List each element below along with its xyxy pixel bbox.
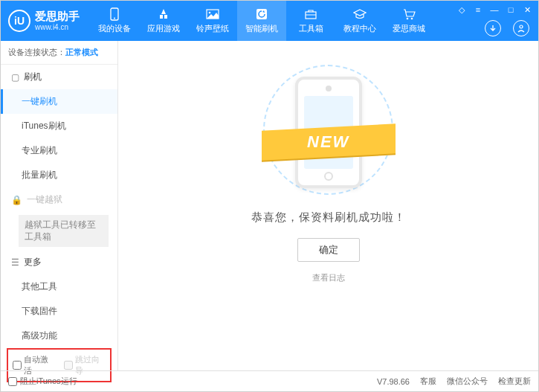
menu-icon[interactable]: ≡ [473,5,483,14]
nav-label: 铃声壁纸 [196,23,229,34]
app-logo: iU 爱思助手 www.i4.cn [8,10,80,32]
sidebar-item-advanced[interactable]: 高级功能 [1,324,117,348]
checkbox-label: 阻止iTunes运行 [20,376,77,387]
sidebar: 设备连接状态：正常模式 ▢ 刷机 一键刷机 iTunes刷机 专业刷机 批量刷机… [1,41,118,370]
sidebar-flash-header[interactable]: ▢ 刷机 [1,65,117,89]
minimize-button[interactable]: — [489,5,500,14]
sidebar-item-other-tools[interactable]: 其他工具 [1,274,117,299]
svg-point-1 [114,18,115,19]
wechat-link[interactable]: 微信公众号 [447,376,488,387]
success-message: 恭喜您，保资料刷机成功啦！ [251,211,406,225]
phone-small-icon: ▢ [11,72,19,83]
sidebar-header-label: 刷机 [24,71,42,83]
nav-label: 智能刷机 [245,23,278,34]
sidebar-item-itunes-flash[interactable]: iTunes刷机 [1,114,117,138]
top-nav: 我的设备 应用游戏 铃声壁纸 智能刷机 工具箱 教程中心 [90,1,433,41]
nav-label: 爱思商城 [393,23,425,34]
sidebar-jailbreak-note[interactable]: 越狱工具已转移至工具箱 [19,215,109,247]
svg-point-3 [209,12,211,14]
nav-label: 应用游戏 [147,23,180,34]
window-controls: ◇ ≡ — □ ✕ [456,5,532,14]
connection-value: 正常模式 [65,48,98,57]
refresh-icon [254,7,269,21]
nav-toolbox[interactable]: 工具箱 [286,1,335,41]
app-url: www.i4.cn [35,23,80,31]
status-bar: 阻止iTunes运行 V7.98.66 客服 微信公众号 检查更新 [1,370,538,391]
image-icon [205,7,220,21]
titlebar: iU 爱思助手 www.i4.cn 我的设备 应用游戏 铃声壁纸 智能刷机 [1,1,538,41]
logo-icon: iU [8,10,30,32]
nav-smart-flash[interactable]: 智能刷机 [237,1,286,41]
lock-small-icon: 🔒 [11,195,22,205]
sidebar-header-label: 一键越狱 [27,193,62,206]
nav-apps-games[interactable]: 应用游戏 [139,1,188,41]
sidebar-item-download-firmware[interactable]: 下载固件 [1,299,117,324]
lock-icon[interactable]: ◇ [456,5,467,14]
apps-icon [156,7,171,21]
app-name: 爱思助手 [35,10,80,23]
nav-store[interactable]: 爱思商城 [384,1,433,41]
maximize-button[interactable]: □ [506,5,516,14]
main-content: NEW 恭喜您，保资料刷机成功啦！ 确定 查看日志 [118,41,538,370]
nav-label: 我的设备 [98,23,131,34]
block-itunes-checkbox[interactable]: 阻止iTunes运行 [8,376,77,387]
nav-label: 工具箱 [299,23,323,34]
nav-my-device[interactable]: 我的设备 [90,1,139,41]
check-update-link[interactable]: 检查更新 [498,376,531,387]
phone-icon [107,7,122,21]
sidebar-more-header[interactable]: ☰ 更多 [1,250,117,274]
svg-point-8 [411,18,413,20]
svg-point-7 [407,18,409,20]
close-button[interactable]: ✕ [522,5,532,14]
sidebar-header-label: 更多 [24,256,42,269]
connection-status: 设备连接状态：正常模式 [1,41,117,65]
success-illustration: NEW [251,63,407,197]
list-icon: ☰ [11,257,19,268]
download-button[interactable] [485,20,501,36]
sidebar-item-pro-flash[interactable]: 专业刷机 [1,138,117,163]
sidebar-jailbreak-header: 🔒 一键越狱 [1,187,117,212]
nav-tutorials[interactable]: 教程中心 [335,1,384,41]
graduation-icon [352,7,367,21]
svg-rect-4 [256,9,267,19]
customer-service-link[interactable]: 客服 [420,376,436,387]
connection-label: 设备连接状态： [8,48,65,57]
cart-icon [401,7,416,21]
nav-ringtones[interactable]: 铃声壁纸 [188,1,237,41]
sidebar-item-batch-flash[interactable]: 批量刷机 [1,163,117,187]
nav-label: 教程中心 [343,23,376,34]
svg-point-9 [520,25,523,28]
toolbox-icon [303,7,318,21]
view-log-link[interactable]: 查看日志 [312,272,345,283]
confirm-button[interactable]: 确定 [297,238,360,262]
user-button[interactable] [513,20,529,36]
sidebar-item-onekey-flash[interactable]: 一键刷机 [1,89,117,114]
version-label: V7.98.66 [377,377,410,386]
